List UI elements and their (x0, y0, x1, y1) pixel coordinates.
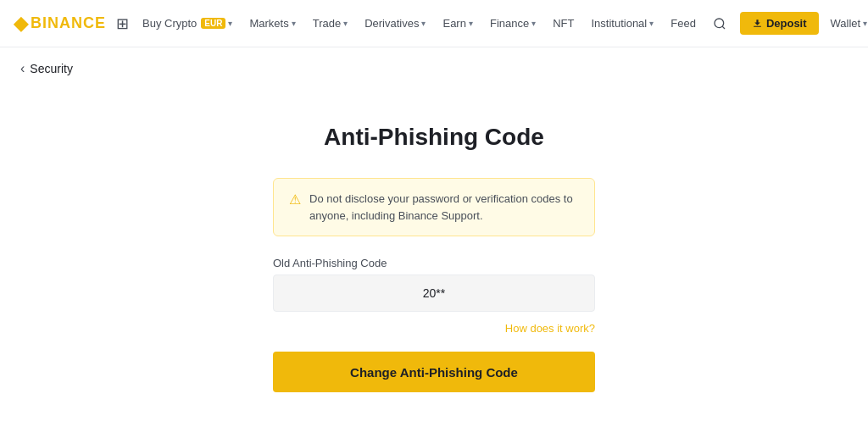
change-anti-phishing-button[interactable]: Change Anti-Phishing Code (273, 352, 595, 392)
eur-badge: EUR (201, 18, 225, 29)
old-code-label: Old Anti-Phishing Code (273, 257, 595, 269)
nav-finance[interactable]: Finance ▾ (483, 0, 542, 47)
nav-markets[interactable]: Markets ▾ (242, 0, 302, 47)
search-button[interactable] (706, 10, 733, 37)
chevron-down-icon: ▾ (292, 19, 296, 28)
chevron-down-icon: ▾ (863, 19, 867, 28)
nav-trade[interactable]: Trade ▾ (306, 0, 354, 47)
grid-icon[interactable]: ⊞ (116, 14, 129, 33)
chevron-down-icon: ▾ (421, 19, 426, 28)
old-code-field-group: Old Anti-Phishing Code (273, 257, 595, 312)
old-anti-phishing-input[interactable] (273, 274, 595, 312)
deposit-button[interactable]: Deposit (740, 12, 819, 35)
breadcrumb-label: Security (30, 62, 73, 75)
warning-icon: ⚠ (289, 191, 301, 208)
svg-point-0 (715, 19, 724, 28)
warning-box: ⚠ Do not disclose your password or verif… (273, 178, 595, 236)
chevron-down-icon: ▾ (343, 19, 348, 28)
navbar: ◆ BINANCE ⊞ Buy Crypto EUR ▾ Markets ▾ T… (0, 0, 868, 47)
nav-buy-crypto[interactable]: Buy Crypto EUR ▾ (136, 0, 239, 47)
nav-nft[interactable]: NFT (546, 0, 581, 47)
chevron-down-icon: ▾ (228, 19, 232, 28)
navbar-right: Deposit Wallet ▾ Orders ▾ 50 (706, 0, 868, 47)
deposit-icon (752, 18, 763, 29)
logo-text: BINANCE (31, 14, 106, 32)
breadcrumb[interactable]: ‹ Security (0, 47, 868, 90)
warning-text: Do not disclose your password or verific… (309, 191, 579, 224)
back-arrow-icon: ‹ (20, 61, 25, 76)
chevron-down-icon: ▾ (531, 19, 536, 28)
chevron-down-icon: ▾ (649, 19, 654, 28)
logo-icon: ◆ (14, 13, 27, 35)
main-content: Anti-Phishing Code ⚠ Do not disclose you… (0, 90, 868, 426)
svg-line-1 (722, 26, 725, 29)
nav-earn[interactable]: Earn ▾ (436, 0, 479, 47)
logo[interactable]: ◆ BINANCE (14, 13, 106, 35)
how-does-it-work-link[interactable]: How does it work? (273, 322, 595, 335)
nav-wallet[interactable]: Wallet ▾ (826, 0, 868, 47)
nav-feed[interactable]: Feed (664, 0, 703, 47)
page-title: Anti-Phishing Code (324, 124, 544, 151)
chevron-down-icon: ▾ (469, 19, 473, 28)
nav-institutional[interactable]: Institutional ▾ (584, 0, 660, 47)
nav-derivatives[interactable]: Derivatives ▾ (358, 0, 432, 47)
